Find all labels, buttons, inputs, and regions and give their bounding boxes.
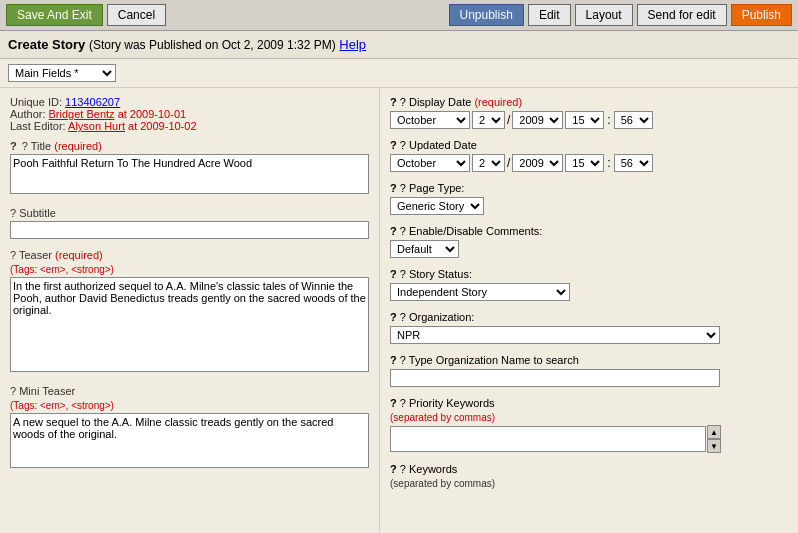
priority-keywords-up-btn[interactable]: ▲ <box>707 425 721 439</box>
title-field-group: ? ? Title (required) Pooh Faithful Retur… <box>10 140 369 197</box>
meta-info: Unique ID: 113406207 Author: Bridget Ben… <box>10 96 369 132</box>
unique-id-link[interactable]: 113406207 <box>65 96 120 108</box>
updated-hour-select[interactable]: 15 1 <box>565 154 604 172</box>
display-day-select[interactable]: 2 1 3 <box>472 111 505 129</box>
priority-keywords-input[interactable] <box>390 426 706 452</box>
updated-year-select[interactable]: 2009 2008 <box>512 154 563 172</box>
section-dropdown-bar: Main Fields * Advanced Fields Tags <box>0 59 798 88</box>
display-minute-select[interactable]: 56 00 <box>614 111 653 129</box>
updated-date-row: October January September 2 1 / 2009 200… <box>390 154 788 172</box>
teaser-field-group: ? Teaser (required) (Tags: <em>, <strong… <box>10 249 369 375</box>
priority-keywords-section: ? ? Priority Keywords (separated by comm… <box>390 397 788 453</box>
mini-teaser-tags-hint: (Tags: <em>, <strong>) <box>10 399 369 411</box>
keywords-hint: (separated by commas) <box>390 478 788 489</box>
priority-keywords-spinner: ▲ ▼ <box>707 425 721 453</box>
updated-day-select[interactable]: 2 1 <box>472 154 505 172</box>
subtitle-label: ? Subtitle <box>10 207 369 219</box>
subtitle-field-group: ? Subtitle <box>10 207 369 239</box>
comments-select[interactable]: Default Enabled Disabled <box>390 240 459 258</box>
create-story-bar: Create Story (Story was Published on Oct… <box>0 31 798 59</box>
display-hour-select[interactable]: 15 1 <box>565 111 604 129</box>
send-edit-button[interactable]: Send for edit <box>637 4 727 26</box>
teaser-input[interactable]: In the first authorized sequel to A.A. M… <box>10 277 369 372</box>
section-select[interactable]: Main Fields * Advanced Fields Tags <box>8 64 116 82</box>
editor-date: at 2009-10-02 <box>128 120 197 132</box>
save-exit-button[interactable]: Save And Exit <box>6 4 103 26</box>
help-link[interactable]: Help <box>339 37 366 52</box>
editor-link[interactable]: Alyson Hurt <box>68 120 125 132</box>
page-type-section: ? ? Page Type: Generic Story Blog Post P… <box>390 182 788 215</box>
toolbar: Save And Exit Cancel Unpublish Edit Layo… <box>0 0 798 31</box>
display-date-row: October January February March April May… <box>390 111 788 129</box>
org-search-label: ? ? Type Organization Name to search <box>390 354 788 366</box>
subtitle-input[interactable] <box>10 221 369 239</box>
organization-section: ? ? Organization: NPR <box>390 311 788 344</box>
teaser-label: ? Teaser (required) <box>10 249 369 261</box>
publish-info: (Story was Published on Oct 2, 2009 1:32… <box>89 38 336 52</box>
org-search-section: ? ? Type Organization Name to search <box>390 354 788 387</box>
main-content: Unique ID: 113406207 Author: Bridget Ben… <box>0 88 798 533</box>
layout-button[interactable]: Layout <box>575 4 633 26</box>
updated-date-section: ? ? Updated Date October January Septemb… <box>390 139 788 172</box>
comments-label: ? ? Enable/Disable Comments: <box>390 225 788 237</box>
display-date-section: ? ? Display Date (required) October Janu… <box>390 96 788 129</box>
unique-id-label: Unique ID: <box>10 96 62 108</box>
keywords-section: ? ? Keywords (separated by commas) <box>390 463 788 489</box>
updated-minute-select[interactable]: 56 00 <box>614 154 653 172</box>
comments-section: ? ? Enable/Disable Comments: Default Ena… <box>390 225 788 258</box>
story-status-label: ? ? Story Status: <box>390 268 788 280</box>
story-status-section: ? ? Story Status: Independent Story Blog… <box>390 268 788 301</box>
author-label: Author: <box>10 108 45 120</box>
mini-teaser-label: ? Mini Teaser <box>10 385 369 397</box>
priority-keywords-label: ? ? Priority Keywords <box>390 397 788 409</box>
display-date-label: ? ? Display Date (required) <box>390 96 788 108</box>
author-date: at 2009-10-01 <box>118 108 187 120</box>
organization-select[interactable]: NPR <box>390 326 720 344</box>
right-panel: ? ? Display Date (required) October Janu… <box>380 88 798 533</box>
title-input[interactable]: Pooh Faithful Return To The Hundred Acre… <box>10 154 369 194</box>
publish-button[interactable]: Publish <box>731 4 792 26</box>
editor-label: Last Editor: <box>10 120 66 132</box>
org-search-input[interactable] <box>390 369 720 387</box>
updated-month-select[interactable]: October January September <box>390 154 470 172</box>
teaser-tags-hint: (Tags: <em>, <strong>) <box>10 263 369 275</box>
edit-button[interactable]: Edit <box>528 4 571 26</box>
mini-teaser-input[interactable]: A new sequel to the A.A. Milne classic t… <box>10 413 369 468</box>
page-type-label: ? ? Page Type: <box>390 182 788 194</box>
create-story-title: Create Story <box>8 37 85 52</box>
author-link[interactable]: Bridget Bentz <box>49 108 115 120</box>
organization-label: ? ? Organization: <box>390 311 788 323</box>
keywords-label: ? ? Keywords <box>390 463 788 475</box>
priority-keywords-down-btn[interactable]: ▼ <box>707 439 721 453</box>
priority-keywords-hint: (separated by commas) <box>390 412 788 423</box>
mini-teaser-field-group: ? Mini Teaser (Tags: <em>, <strong>) A n… <box>10 385 369 471</box>
priority-keywords-input-wrap: ▲ ▼ <box>390 425 788 453</box>
page-type-select[interactable]: Generic Story Blog Post Photo Essay <box>390 197 484 215</box>
unpublish-button[interactable]: Unpublish <box>449 4 524 26</box>
cancel-button[interactable]: Cancel <box>107 4 166 26</box>
left-panel: Unique ID: 113406207 Author: Bridget Ben… <box>0 88 380 533</box>
title-label: ? ? Title (required) <box>10 140 369 152</box>
display-month-select[interactable]: October January February March April May… <box>390 111 470 129</box>
display-year-select[interactable]: 2009 2008 2010 <box>512 111 563 129</box>
story-status-select[interactable]: Independent Story Blog Post Series <box>390 283 570 301</box>
updated-date-label: ? ? Updated Date <box>390 139 788 151</box>
